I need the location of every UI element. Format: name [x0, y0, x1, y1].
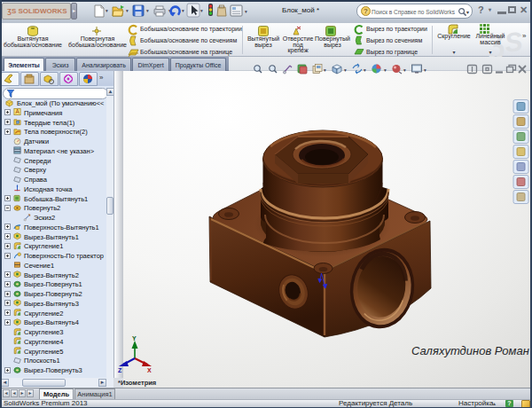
svg-text:▾: ▾: [384, 67, 387, 73]
svg-text:▾: ▾: [403, 67, 406, 73]
svg-text:▾: ▾: [344, 67, 347, 73]
svg-text:Z: Z: [118, 367, 122, 373]
svg-text:X: X: [147, 367, 152, 373]
svg-text:▾: ▾: [324, 67, 326, 73]
svg-text:▾: ▾: [245, 9, 247, 14]
svg-text:▾: ▾: [364, 67, 366, 73]
svg-text:Y: Y: [132, 335, 137, 341]
svg-text:▾: ▾: [424, 67, 426, 73]
